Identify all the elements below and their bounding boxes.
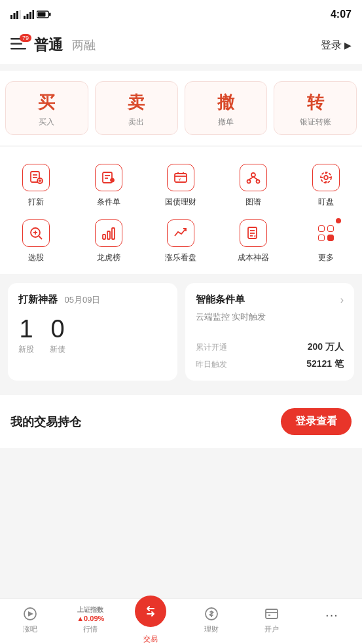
market-icon: 上证指数 ▲0.09%: [82, 605, 99, 622]
chengben-icon-wrap: ¥: [238, 218, 268, 248]
feature-grid: 打新 条件单: [0, 147, 362, 274]
nav-item-rise[interactable]: 涨吧: [0, 605, 60, 634]
battery-icon: [37, 10, 51, 18]
svg-line-32: [249, 177, 253, 180]
time-display: 4:07: [331, 9, 352, 20]
feature-more[interactable]: 更多: [289, 213, 362, 269]
market-stock-label: 上证指数: [77, 605, 104, 615]
feature-tupu[interactable]: 图谱: [217, 157, 290, 213]
transfer-button[interactable]: 转 银证转账: [274, 81, 357, 135]
feature-zhanglekanpan[interactable]: 涨乐看盘: [145, 213, 217, 269]
menu-button[interactable]: 79: [10, 38, 26, 52]
login-view-button[interactable]: 登录查看: [281, 408, 352, 435]
nav-account-label: 开户: [264, 624, 279, 634]
buy-char: 买: [38, 91, 55, 114]
cancel-order-button[interactable]: 撤 撤单: [185, 81, 268, 135]
svg-rect-24: [175, 174, 187, 182]
svg-point-30: [247, 180, 251, 183]
svg-point-31: [257, 180, 260, 183]
nav-item-market[interactable]: 上证指数 ▲0.09% 行情: [60, 605, 120, 634]
svg-rect-7: [33, 10, 35, 19]
condition-card-header: 智能条件单 ›: [196, 294, 344, 306]
daxin-card-nums: 1 新股 0 新债: [18, 316, 167, 355]
xuangu-icon-wrap: [21, 218, 51, 248]
more-icon-wrap: [311, 218, 341, 248]
feature-chengbenshenqi[interactable]: ¥ 成本神器: [217, 213, 290, 269]
stat-row-2: 昨日触发 52121 笔: [196, 358, 344, 370]
login-link[interactable]: 登录: [321, 39, 342, 52]
daxin-card-header: 打新神器 05月09日: [18, 294, 167, 306]
dingpan-icon: [312, 164, 340, 191]
tiaojiandan-icon: [95, 164, 122, 191]
zhanglekanpan-icon-wrap: [166, 218, 196, 248]
tupu-icon: [240, 164, 267, 191]
daxin-card[interactable]: 打新神器 05月09日 1 新股 0 新债: [8, 283, 177, 381]
longhubang-icon: [95, 219, 122, 247]
daxin-icon-wrap: [21, 162, 51, 193]
svg-rect-9: [38, 12, 46, 17]
feature-xuangu[interactable]: 选股: [0, 213, 73, 269]
transfer-label: 银证转账: [300, 117, 331, 128]
account-type-normal[interactable]: 普通: [34, 35, 63, 55]
condition-order-card[interactable]: 智能条件单 › 云端监控 实时触发 累计开通 200 万人 昨日触发 52121…: [185, 283, 355, 381]
zhanglekanpan-icon: [167, 219, 194, 247]
more-dots-grid: [318, 225, 334, 241]
svg-rect-10: [49, 13, 51, 16]
rise-icon: [22, 605, 39, 622]
svg-rect-44: [103, 235, 105, 239]
stat-row-1: 累计开通 200 万人: [196, 341, 344, 353]
more-icon: [312, 219, 340, 247]
nav-trade-label: 交易: [143, 634, 158, 644]
new-bond-group: 0 新债: [50, 316, 65, 355]
svg-rect-1: [14, 13, 16, 19]
header: 79 普通 两融 登录 ▶: [0, 29, 362, 64]
transfer-char: 转: [307, 91, 324, 114]
signal-icon: [10, 10, 21, 19]
action-grid: 买 买入 卖 卖出 撤 撤单 转 银证转账: [0, 71, 362, 145]
stat2-label: 昨日触发: [196, 359, 227, 370]
new-bond-num: 0: [50, 316, 64, 341]
login-arrow[interactable]: ▶: [344, 40, 352, 50]
svg-rect-5: [27, 14, 29, 19]
nav-item-wealth[interactable]: 理财: [181, 605, 242, 634]
feature-longhubang[interactable]: 龙虎榜: [73, 213, 145, 269]
new-stock-num: 1: [19, 316, 33, 341]
stat1-value: 200 万人: [308, 341, 344, 353]
stat2-value: 52121 笔: [306, 358, 344, 370]
feature-tiaojiandan[interactable]: 条件单: [73, 157, 145, 213]
guozhai-icon: ¥: [167, 164, 194, 191]
svg-point-23: [111, 179, 114, 182]
svg-rect-45: [107, 231, 110, 239]
daxin-card-date: 05月09日: [64, 295, 100, 305]
nav-item-more[interactable]: ··· ···: [302, 606, 362, 633]
buy-button[interactable]: 买 买入: [5, 81, 88, 135]
svg-rect-46: [112, 228, 115, 239]
nav-more-icon: ···: [323, 606, 340, 623]
feature-guozhaolicai[interactable]: ¥ 国债理财: [145, 157, 217, 213]
new-bond-label: 新债: [50, 344, 65, 355]
zhanglekanpan-label: 涨乐看盘: [165, 252, 196, 263]
tupu-label: 图谱: [245, 197, 261, 208]
nav-item-trade[interactable]: 交易: [120, 596, 181, 644]
more-label: 更多: [318, 252, 334, 263]
sell-button[interactable]: 卖 卖出: [95, 81, 178, 135]
svg-point-29: [251, 173, 255, 177]
sell-label: 卖出: [128, 117, 144, 128]
xuangu-icon: [22, 219, 50, 247]
feature-daxin[interactable]: 打新: [0, 157, 73, 213]
condition-card-subtitle: 云端监控 实时触发: [196, 311, 344, 323]
feature-dingpan[interactable]: 盯盘: [289, 157, 362, 213]
condition-card-stats: 累计开通 200 万人 昨日触发 52121 笔: [196, 323, 344, 370]
account-type-margin[interactable]: 两融: [72, 37, 96, 53]
notification-badge: 79: [20, 34, 31, 42]
guozhai-icon-wrap: ¥: [166, 162, 196, 193]
svg-rect-6: [29, 12, 31, 19]
bottom-nav: 涨吧 上证指数 ▲0.09% 行情 交易: [0, 598, 362, 644]
svg-marker-54: [28, 611, 33, 616]
nav-item-account[interactable]: 开户: [242, 605, 302, 634]
status-bar: 4:07: [0, 0, 362, 29]
svg-line-41: [39, 237, 43, 240]
trade-icon: [135, 596, 166, 627]
wealth-icon: [203, 605, 220, 622]
trading-section: 我的交易持仓 登录查看: [0, 395, 362, 448]
